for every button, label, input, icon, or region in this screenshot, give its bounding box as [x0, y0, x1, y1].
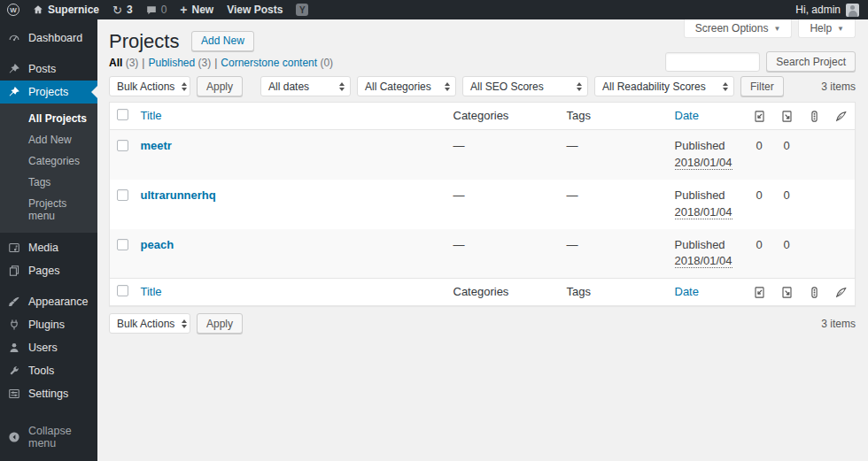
- stepper-icon: [339, 82, 345, 91]
- search-project-button[interactable]: Search Project: [766, 51, 856, 72]
- menu-separator: [0, 282, 97, 290]
- filter-cornerstone[interactable]: Cornerstone content (0): [221, 57, 333, 69]
- column-footer-date[interactable]: Date: [668, 279, 746, 306]
- sidebar-item-posts[interactable]: Posts: [0, 58, 97, 81]
- select-all-checkbox[interactable]: [117, 285, 128, 296]
- seo-scores-filter-select[interactable]: All SEO Scores: [462, 76, 588, 96]
- links-from-count: 0: [773, 229, 801, 279]
- readability-filter-select[interactable]: All Readability Scores: [594, 76, 734, 96]
- sidebar-item-tools[interactable]: Tools: [0, 359, 97, 382]
- categories-cell: —: [446, 229, 560, 279]
- filter-published[interactable]: Published (3): [148, 57, 211, 69]
- submenu-categories[interactable]: Categories: [0, 150, 97, 172]
- sidebar-item-label: Posts: [28, 63, 56, 75]
- sidebar-item-label: Settings: [28, 388, 68, 400]
- help-tab[interactable]: Help ▼: [798, 19, 856, 38]
- sidebar-item-label: Users: [28, 342, 58, 354]
- tags-cell: —: [560, 229, 668, 279]
- column-header-title[interactable]: Title: [134, 103, 446, 130]
- appearance-icon: [7, 296, 21, 308]
- column-footer-title[interactable]: Title: [134, 279, 446, 306]
- project-title-link[interactable]: ultrarunnerhq: [141, 188, 216, 202]
- filter-button[interactable]: Filter: [740, 76, 784, 96]
- readability-icon: [828, 279, 856, 306]
- yoast-icon[interactable]: Y: [296, 4, 308, 16]
- site-name-link[interactable]: Supernice: [33, 4, 99, 16]
- bulk-actions-select-bottom[interactable]: Bulk Actions: [109, 313, 190, 334]
- sidebar-item-plugins[interactable]: Plugins: [0, 313, 97, 336]
- dates-filter-select[interactable]: All dates: [260, 76, 351, 96]
- column-header-tags: Tags: [560, 103, 668, 130]
- table-footer-row: Title Categories Tags Date: [110, 279, 856, 306]
- project-title-link[interactable]: peach: [141, 238, 174, 251]
- sidebar-item-projects[interactable]: Projects: [0, 81, 97, 104]
- home-icon: [33, 4, 43, 15]
- column-footer-categories: Categories: [446, 279, 560, 306]
- filter-all[interactable]: All (3): [109, 57, 138, 69]
- sidebar-item-users[interactable]: Users: [0, 336, 97, 359]
- search-input[interactable]: [665, 52, 760, 72]
- column-header-date[interactable]: Date: [668, 103, 746, 130]
- links-from-count: 0: [773, 180, 801, 229]
- submenu-tags[interactable]: Tags: [0, 172, 97, 193]
- new-menu[interactable]: + New: [180, 4, 213, 16]
- links-to-count: 0: [746, 130, 773, 180]
- sidebar-item-label: Pages: [28, 265, 59, 277]
- new-label: New: [192, 4, 214, 16]
- plugins-icon: [7, 319, 21, 331]
- stepper-icon: [577, 82, 582, 91]
- select-all-checkbox[interactable]: [117, 109, 128, 120]
- bulk-actions-select[interactable]: Bulk Actions: [109, 76, 190, 96]
- sidebar-item-dashboard[interactable]: Dashboard: [0, 27, 97, 50]
- sidebar-item-media[interactable]: Media: [0, 236, 97, 259]
- add-new-button[interactable]: Add New: [191, 31, 254, 51]
- submenu-projects-menu[interactable]: Projects menu: [0, 193, 97, 227]
- sidebar-item-label: Dashboard: [28, 32, 82, 44]
- menu-separator: [0, 50, 97, 58]
- seo-score-icon: [801, 103, 828, 130]
- sidebar-item-appearance[interactable]: Appearance: [0, 290, 97, 313]
- items-count: 3 items: [821, 81, 856, 93]
- comments-icon: [146, 5, 157, 15]
- plus-icon: +: [180, 4, 187, 16]
- sidebar-item-label: Projects: [28, 86, 68, 98]
- view-posts-link[interactable]: View Posts: [227, 4, 283, 16]
- tags-cell: —: [560, 180, 668, 229]
- account-menu[interactable]: Hi, admin: [795, 4, 859, 17]
- users-icon: [7, 342, 21, 354]
- screen-options-tab[interactable]: Screen Options ▼: [684, 19, 793, 38]
- comments-link[interactable]: 0: [146, 4, 167, 16]
- apply-button[interactable]: Apply: [197, 76, 243, 96]
- project-title-link[interactable]: meetr: [141, 139, 172, 152]
- submenu-all-projects[interactable]: All Projects: [0, 108, 97, 129]
- stepper-icon: [182, 319, 187, 328]
- categories-cell: —: [446, 130, 560, 180]
- apply-button-bottom[interactable]: Apply: [197, 313, 243, 334]
- sidebar-item-pages[interactable]: Pages: [0, 259, 97, 282]
- update-count: 3: [127, 4, 133, 16]
- row-checkbox[interactable]: [117, 189, 128, 201]
- tools-icon: [7, 365, 21, 377]
- seo-score-icon: [801, 279, 828, 306]
- sidebar: Dashboard Posts Projects All Projects Ad…: [0, 19, 97, 461]
- table-header-row: Title Categories Tags Date: [110, 103, 856, 130]
- column-header-categories: Categories: [446, 103, 560, 130]
- dashboard-icon: [7, 32, 21, 44]
- submenu-add-new[interactable]: Add New: [0, 129, 97, 150]
- updates-link[interactable]: ↻ 3: [112, 4, 133, 16]
- outgoing-links-icon: [773, 279, 801, 306]
- categories-filter-select[interactable]: All Categories: [357, 76, 456, 96]
- date-cell: Published2018/01/04: [668, 130, 746, 180]
- sidebar-item-label: Appearance: [28, 296, 88, 308]
- row-checkbox[interactable]: [117, 239, 128, 250]
- row-checkbox[interactable]: [117, 140, 128, 151]
- column-footer-tags: Tags: [560, 279, 668, 306]
- wordpress-logo-icon[interactable]: W: [7, 4, 19, 16]
- collapse-menu-button[interactable]: Collapse menu: [0, 419, 97, 455]
- table-row: ultrarunnerhq — — Published2018/01/04 0 …: [110, 180, 856, 229]
- sidebar-item-settings[interactable]: Settings: [0, 382, 97, 405]
- date-cell: Published2018/01/04: [668, 180, 746, 229]
- chevron-down-icon: ▼: [837, 25, 844, 33]
- tablenav-bottom: Bulk Actions Apply 3 items: [109, 313, 856, 334]
- stepper-icon: [445, 82, 450, 91]
